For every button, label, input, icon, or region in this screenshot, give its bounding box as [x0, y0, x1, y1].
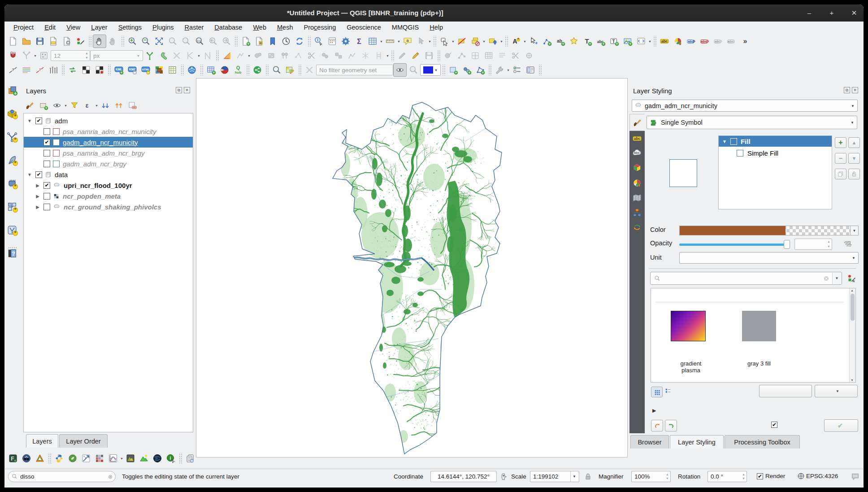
- zoom-native-button[interactable]: 1:1: [193, 35, 206, 48]
- tab-processing-toolbox[interactable]: Processing Toolbox: [725, 435, 800, 448]
- bookmarks-button[interactable]: [266, 35, 279, 48]
- gray-multi1-button[interactable]: [265, 49, 278, 62]
- layer-diagram-button[interactable]: [671, 35, 685, 48]
- project-open-button[interactable]: [20, 35, 33, 48]
- label-line-red-button[interactable]: 7: [33, 63, 47, 77]
- search-layers-button[interactable]: [270, 63, 283, 77]
- menu-layer[interactable]: Layer: [86, 22, 113, 34]
- diagrams-tab[interactable]: [629, 175, 645, 190]
- edit-pencil-yellow-button[interactable]: [409, 49, 422, 62]
- collapse-all-button[interactable]: [112, 99, 126, 112]
- rotation-spin[interactable]: 0.0 °▲▼: [707, 471, 747, 482]
- ph-geoportal-button[interactable]: [218, 63, 231, 77]
- layer-row[interactable]: ✔gadm_adm_ncr_municity: [24, 137, 193, 148]
- resource-sharing-plugin-button[interactable]: [66, 452, 79, 465]
- map-tips-button[interactable]: a: [401, 35, 414, 48]
- gray-flip-dropdown[interactable]: ▼: [386, 49, 390, 62]
- add-point-cloud-button[interactable]: +: [460, 63, 473, 77]
- move-symbol-up-button[interactable]: ▲: [848, 137, 860, 148]
- options-wrench-dropdown[interactable]: ▼: [506, 63, 510, 77]
- create-abc-annotation-button[interactable]: abc+: [594, 35, 608, 48]
- masks-tab[interactable]: abc: [629, 146, 645, 161]
- project-new-button[interactable]: [6, 35, 20, 48]
- layer-row[interactable]: gadm_adm_ncr_brgy: [24, 158, 193, 169]
- float-panel-button[interactable]: ⧉: [176, 87, 182, 93]
- live-update-check[interactable]: ✔: [771, 422, 780, 428]
- menu-edit[interactable]: Edit: [39, 22, 61, 34]
- pan-map-button[interactable]: [93, 35, 106, 48]
- color-dropdown[interactable]: ▼: [851, 226, 859, 235]
- plot-builder-plugin-button[interactable]: [79, 452, 93, 465]
- messages-icon[interactable]: [851, 472, 859, 482]
- visibility-checkbox[interactable]: ✔: [35, 171, 42, 178]
- move-symbol-down-button[interactable]: ▼: [848, 153, 860, 164]
- vertex-marker-button[interactable]: [183, 49, 197, 62]
- label-toolbar-dropdown[interactable]: ▼: [523, 35, 527, 48]
- new-gpx-layer-button[interactable]: *: [6, 224, 18, 236]
- options-wrench-button[interactable]: [493, 63, 506, 77]
- label-pins-button[interactable]: [47, 63, 60, 77]
- layer-row[interactable]: ▶ncr_ground_shaking_phivolcs: [24, 201, 193, 212]
- visibility-checkbox[interactable]: [43, 128, 50, 135]
- disable-snapping-button[interactable]: [170, 49, 183, 62]
- magnifier-spin[interactable]: 100%▲▼: [631, 471, 671, 482]
- new-mesh-layer-button[interactable]: *: [6, 178, 18, 189]
- rotate-label-button[interactable]: +: [540, 35, 554, 48]
- expand-all-button[interactable]: [99, 99, 112, 112]
- menu-mesh[interactable]: Mesh: [272, 22, 298, 34]
- gray-flip-button[interactable]: [372, 49, 386, 62]
- close-panel-button[interactable]: ✕: [852, 87, 858, 93]
- new-virtual-layer-button[interactable]: *: [6, 201, 18, 213]
- title-bar[interactable]: *Untitled Project — QGIS [BNHR_training …: [4, 4, 864, 22]
- scale-lock-icon[interactable]: [584, 473, 592, 482]
- layer-row[interactable]: ▶ncr_popden_meta: [24, 191, 193, 201]
- move-label-button[interactable]: [527, 35, 540, 48]
- zoom-to-layer-button[interactable]: [179, 35, 193, 48]
- menu-mmqgis[interactable]: MMQGIS: [386, 22, 424, 34]
- gray-move-dropdown[interactable]: ▼: [247, 49, 251, 62]
- style-manager-button[interactable]: [74, 35, 87, 48]
- visibility-checkbox[interactable]: ✔: [35, 118, 42, 124]
- zoom-to-selection-button[interactable]: [166, 35, 179, 48]
- pin-labels-button[interactable]: ab: [685, 35, 698, 48]
- apply-button[interactable]: ✔: [824, 419, 858, 432]
- grass-plugin-button[interactable]: Fe: [6, 452, 20, 465]
- annotation-cursor-button[interactable]: [414, 35, 428, 48]
- manage-map-themes-dropdown[interactable]: ▼: [64, 99, 68, 112]
- visibility-checkbox[interactable]: [43, 150, 50, 157]
- color-swatch-button[interactable]: ▼: [420, 64, 441, 76]
- new-3d-map-view-button[interactable]: 3D: [252, 35, 266, 48]
- filter-by-expression-button[interactable]: ε: [81, 99, 95, 112]
- gray-multi5-button[interactable]: [345, 49, 359, 62]
- layer-row[interactable]: psa_namria_adm_ncr_municity: [24, 126, 193, 137]
- crs-status[interactable]: EPSG:4326: [797, 472, 838, 480]
- new-print-layout-button[interactable]: [47, 35, 60, 48]
- symbology-tab[interactable]: [629, 114, 645, 131]
- renderer-combo[interactable]: Single Symbol▼: [647, 116, 857, 129]
- pinned-label-red-button[interactable]: abc: [698, 35, 712, 48]
- pan-to-selection-button[interactable]: [106, 35, 120, 48]
- gray-node1-button[interactable]: [291, 49, 305, 62]
- visibility-checkbox[interactable]: ✔: [43, 139, 50, 146]
- symbol-search-field[interactable]: ▼: [650, 272, 842, 285]
- open-layer-styling-button[interactable]: [23, 99, 37, 112]
- kmz-export-button[interactable]: KMZ: [126, 63, 139, 77]
- tab-browser[interactable]: Browser: [630, 435, 669, 448]
- filter-legend-button[interactable]: [68, 99, 81, 112]
- relations-tab[interactable]: [629, 205, 645, 220]
- select-features-button[interactable]: [438, 35, 451, 48]
- create-text-annotation-button[interactable]: T+: [581, 35, 594, 48]
- gray-scissors1-button[interactable]: [305, 49, 318, 62]
- render-check[interactable]: ✔Render: [757, 473, 785, 479]
- icon-view-button[interactable]: [651, 387, 663, 397]
- annotation-cursor-dropdown[interactable]: ▼: [428, 35, 432, 48]
- digitize-pencil-button[interactable]: [395, 49, 409, 62]
- menu-database[interactable]: Database: [209, 22, 247, 34]
- clipboard-plugin-button[interactable]: [183, 452, 197, 465]
- select-by-location-dropdown[interactable]: ▼: [499, 35, 503, 48]
- share-layer-button[interactable]: [251, 63, 264, 77]
- label-candidates-button[interactable]: abc: [725, 35, 738, 48]
- clear-search-icon[interactable]: [823, 275, 830, 282]
- expand-caret[interactable]: ▶: [35, 205, 40, 209]
- create-star-annotation-button[interactable]: [567, 35, 581, 48]
